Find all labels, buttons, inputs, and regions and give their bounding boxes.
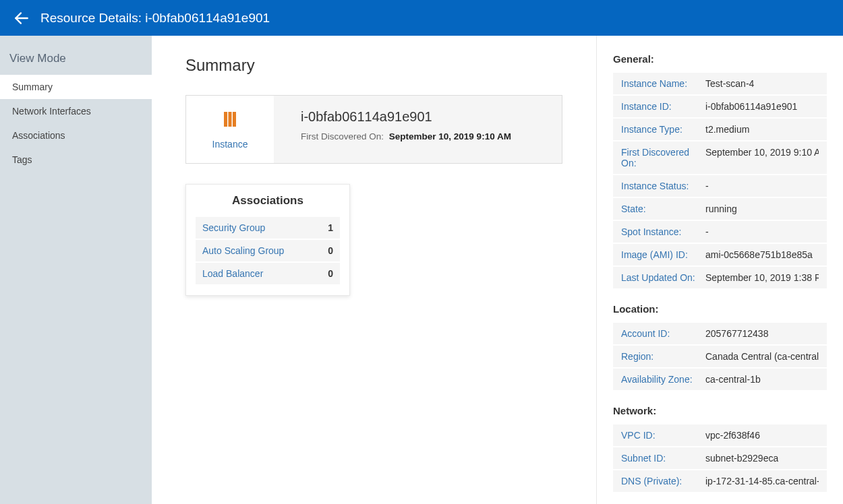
details-row: Spot Instance:- xyxy=(613,221,827,243)
details-row-label: Image (AMI) ID: xyxy=(621,249,705,260)
association-count: 0 xyxy=(328,268,333,279)
association-label: Load Balancer xyxy=(202,268,263,279)
details-row-label: Instance Name: xyxy=(621,78,705,89)
details-section: General:Instance Name:Test-scan-4Instanc… xyxy=(597,53,843,303)
details-row: First Discovered On:September 10, 2019 9… xyxy=(613,141,827,174)
page-header: Resource Details: i-0bfab06114a91e901 xyxy=(0,0,843,36)
details-panel: General:Instance Name:Test-scan-4Instanc… xyxy=(596,36,843,504)
details-heading: Network: xyxy=(613,405,827,416)
main-content: Summary Instance i-0bfab06114a91e901 Fir… xyxy=(152,36,596,504)
association-count: 1 xyxy=(328,222,333,233)
associations-title: Associations xyxy=(196,194,340,208)
svg-rect-3 xyxy=(233,112,236,127)
details-row: Instance ID:i-0bfab06114a91e901 xyxy=(613,96,827,117)
details-row: Instance Type:t2.medium xyxy=(613,119,827,140)
association-row[interactable]: Load Balancer0 xyxy=(196,263,340,284)
details-row-label: DNS (Private): xyxy=(621,476,705,486)
details-row-value: - xyxy=(705,226,709,237)
details-row-value: subnet-b2929eca xyxy=(705,453,778,464)
sidebar-title: View Mode xyxy=(0,36,152,75)
instance-card-left: Instance xyxy=(186,96,274,163)
details-row-value: ami-0c5668e751b18e85a xyxy=(705,249,813,260)
instance-discovered: First Discovered On: September 10, 2019 … xyxy=(301,131,535,141)
sidebar-item-network-interfaces[interactable]: Network Interfaces xyxy=(0,99,152,123)
details-row-value: i-0bfab06114a91e901 xyxy=(705,101,797,112)
details-row: Subnet ID:subnet-b2929eca xyxy=(613,447,827,469)
svg-rect-1 xyxy=(224,112,227,127)
back-arrow-icon[interactable] xyxy=(12,9,31,28)
details-row-label: Instance ID: xyxy=(621,101,705,112)
details-row: DNS (Private):ip-172-31-14-85.ca-central… xyxy=(613,470,827,492)
sidebar-item-summary[interactable]: Summary xyxy=(0,75,152,99)
details-row-value: September 10, 2019 1:38 PM xyxy=(705,272,819,283)
details-row-label: First Discovered On: xyxy=(621,147,705,168)
details-row-label: Subnet ID: xyxy=(621,453,705,464)
association-label: Security Group xyxy=(202,222,265,233)
details-row-value: ca-central-1b xyxy=(705,374,761,385)
association-label: Auto Scaling Group xyxy=(202,245,284,256)
details-row-label: Last Updated On: xyxy=(621,272,705,283)
details-heading: General: xyxy=(613,53,827,65)
details-row-label: Account ID: xyxy=(621,328,705,339)
details-row: Account ID:205767712438 xyxy=(613,323,827,344)
instance-discovered-label: First Discovered On: xyxy=(301,131,384,141)
details-row-value: Canada Central (ca-central-1) xyxy=(705,351,819,362)
svg-rect-2 xyxy=(229,112,232,127)
details-row-label: Region: xyxy=(621,351,705,362)
details-row: Instance Name:Test-scan-4 xyxy=(613,73,827,94)
page-body: View Mode SummaryNetwork InterfacesAssoc… xyxy=(0,36,843,504)
details-row-value: 205767712438 xyxy=(705,328,768,339)
instance-icon xyxy=(220,109,240,129)
details-row: Last Updated On:September 10, 2019 1:38 … xyxy=(613,267,827,288)
association-row[interactable]: Auto Scaling Group0 xyxy=(196,240,340,261)
details-section: Location:Account ID:205767712438Region:C… xyxy=(597,303,843,405)
details-row-value: September 10, 2019 9:10 AM xyxy=(705,147,819,168)
details-row-label: State: xyxy=(621,203,705,214)
details-row: Instance Status:- xyxy=(613,175,827,197)
instance-card-right: i-0bfab06114a91e901 First Discovered On:… xyxy=(274,96,562,163)
details-row-label: Instance Status: xyxy=(621,181,705,191)
instance-type-label: Instance xyxy=(212,139,248,150)
details-row: Region:Canada Central (ca-central-1) xyxy=(613,346,827,367)
association-row[interactable]: Security Group1 xyxy=(196,217,340,239)
details-row-value: running xyxy=(705,203,737,214)
details-heading: Location: xyxy=(613,303,827,315)
details-row-label: VPC ID: xyxy=(621,430,705,441)
details-row: Image (AMI) ID:ami-0c5668e751b18e85a xyxy=(613,244,827,265)
associations-card: Associations Security Group1Auto Scaling… xyxy=(185,184,350,296)
details-section: Network:VPC ID:vpc-2f638f46Subnet ID:sub… xyxy=(597,405,843,504)
sidebar: View Mode SummaryNetwork InterfacesAssoc… xyxy=(0,36,152,504)
details-row-value: t2.medium xyxy=(705,124,749,135)
page-title: Resource Details: i-0bfab06114a91e901 xyxy=(40,11,270,26)
instance-card: Instance i-0bfab06114a91e901 First Disco… xyxy=(185,95,562,164)
instance-discovered-value: September 10, 2019 9:10 AM xyxy=(389,131,511,141)
details-row-label: Spot Instance: xyxy=(621,226,705,237)
sidebar-item-associations[interactable]: Associations xyxy=(0,123,152,148)
details-row: VPC ID:vpc-2f638f46 xyxy=(613,424,827,446)
details-row-value: - xyxy=(705,181,709,191)
details-row-value: vpc-2f638f46 xyxy=(705,430,760,441)
details-row-value: Test-scan-4 xyxy=(705,78,754,89)
details-row: State:running xyxy=(613,198,827,220)
association-count: 0 xyxy=(328,245,333,256)
details-row: Availability Zone:ca-central-1b xyxy=(613,369,827,390)
sidebar-item-tags[interactable]: Tags xyxy=(0,148,152,172)
main-title: Summary xyxy=(185,56,562,75)
details-row-label: Instance Type: xyxy=(621,124,705,135)
details-row-label: Availability Zone: xyxy=(621,374,705,385)
details-row-value: ip-172-31-14-85.ca-central-1.compu xyxy=(705,476,819,486)
instance-id: i-0bfab06114a91e901 xyxy=(301,109,535,125)
